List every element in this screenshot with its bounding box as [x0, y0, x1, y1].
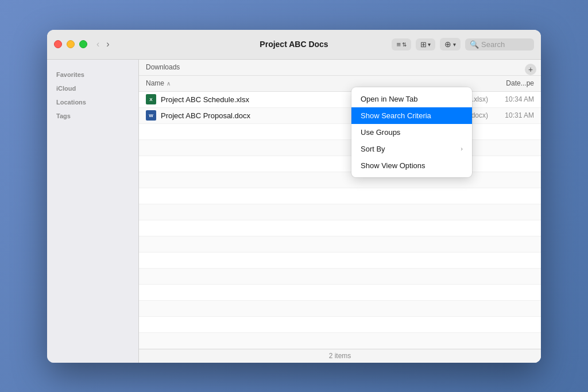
view-button[interactable]: ≡ ⇅ — [392, 38, 411, 51]
menu-item-open-new-tab[interactable]: Open in New Tab — [351, 91, 472, 107]
empty-row — [139, 188, 541, 204]
menu-item-label: Show Search Criteria — [361, 111, 431, 120]
menu-item-label: Open in New Tab — [361, 95, 418, 103]
share-circle-icon: ⊕ — [444, 40, 451, 49]
traffic-lights — [54, 40, 87, 48]
window-title: Project ABC Docs — [260, 40, 328, 49]
maximize-button[interactable] — [79, 40, 87, 48]
menu-item-label: Sort By — [361, 145, 385, 153]
word-icon: W — [146, 110, 156, 121]
empty-row — [139, 253, 541, 269]
column-date-header: Date...pe — [465, 79, 534, 87]
menu-item-show-view-options[interactable]: Show View Options — [351, 157, 472, 174]
sidebar-section-icloud: iCloud — [47, 80, 138, 94]
forward-button[interactable]: › — [104, 38, 111, 50]
empty-row — [139, 140, 541, 156]
empty-row — [139, 220, 541, 236]
nav-buttons: ‹ › — [94, 38, 112, 50]
search-icon: 🔍 — [470, 40, 479, 49]
path-bar: Downloads + — [139, 60, 541, 76]
empty-row — [139, 172, 541, 188]
path-downloads[interactable]: Downloads — [146, 63, 180, 71]
table-row[interactable]: W Project ABC Proposal.docx (.docx) 10:3… — [139, 108, 541, 124]
submenu-arrow-icon: › — [461, 145, 463, 152]
empty-row — [139, 333, 541, 349]
main-content: Favorites iCloud Locations Tags Download… — [47, 60, 541, 363]
menu-item-use-groups[interactable]: Use Groups — [351, 124, 472, 141]
sidebar-section-favorites: Favorites — [47, 67, 138, 80]
file-list: X Project ABC Schedule.xlsx (.xlsx) 10:3… — [139, 92, 541, 349]
sidebar-section-tags: Tags — [47, 108, 138, 122]
titlebar: ‹ › Project ABC Docs ≡ ⇅ ⊞ ▾ ⊕ ▾ 🔍 Searc… — [47, 30, 541, 60]
empty-row — [139, 156, 541, 172]
empty-row — [139, 301, 541, 317]
file-date-2: 10:31 AM — [488, 111, 534, 119]
file-area: Downloads + Name ∧ Date...pe X Project A… — [139, 60, 541, 363]
add-tab-button[interactable]: + — [525, 64, 536, 75]
excel-icon: X — [146, 94, 156, 104]
finder-window: ‹ › Project ABC Docs ≡ ⇅ ⊞ ▾ ⊕ ▾ 🔍 Searc… — [47, 30, 541, 363]
sort-arrow-icon: ∧ — [167, 80, 171, 87]
empty-row — [139, 236, 541, 253]
toolbar-right: ≡ ⇅ ⊞ ▾ ⊕ ▾ 🔍 Search — [392, 38, 534, 51]
empty-row — [139, 285, 541, 301]
sidebar: Favorites iCloud Locations Tags — [47, 60, 139, 363]
dropdown-menu: Open in New Tab Show Search Criteria Use… — [351, 87, 472, 177]
search-box[interactable]: 🔍 Search — [465, 38, 534, 51]
menu-item-show-search-criteria[interactable]: Show Search Criteria — [351, 107, 472, 124]
chevron-down-icon: ▾ — [428, 41, 431, 48]
close-button[interactable] — [54, 40, 62, 48]
empty-row — [139, 317, 541, 333]
column-name-header: Name ∧ — [146, 79, 465, 87]
minimize-button[interactable] — [67, 40, 75, 48]
empty-row — [139, 269, 541, 285]
share-chevron-icon: ▾ — [453, 41, 456, 48]
list-icon: ≡ — [396, 40, 401, 49]
grid-icon: ⊞ — [420, 40, 427, 49]
share-button[interactable]: ⊕ ▾ — [440, 38, 461, 51]
back-button[interactable]: ‹ — [94, 38, 102, 50]
menu-item-label: Use Groups — [361, 128, 400, 137]
menu-item-sort-by[interactable]: Sort By › — [351, 141, 472, 157]
sidebar-section-locations: Locations — [47, 94, 138, 108]
group-button[interactable]: ⊞ ▾ — [416, 38, 435, 51]
file-date-1: 10:34 AM — [488, 95, 534, 103]
empty-row — [139, 124, 541, 140]
status-bar: 2 items — [139, 349, 541, 363]
item-count: 2 items — [329, 352, 351, 360]
chevron-up-down-icon: ⇅ — [402, 41, 407, 48]
column-header: Name ∧ Date...pe — [139, 76, 541, 92]
search-placeholder: Search — [481, 40, 505, 49]
table-row[interactable]: X Project ABC Schedule.xlsx (.xlsx) 10:3… — [139, 92, 541, 108]
menu-item-label: Show View Options — [361, 161, 425, 170]
empty-row — [139, 204, 541, 220]
